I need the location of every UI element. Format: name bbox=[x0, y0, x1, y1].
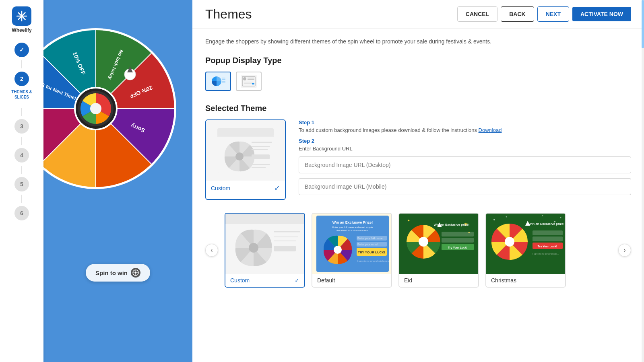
gallery-card-christmas[interactable]: Win an Exclusive prize! Try Your Luck! I… bbox=[485, 213, 566, 288]
download-link[interactable]: Download bbox=[479, 127, 502, 133]
svg-point-22 bbox=[90, 103, 101, 114]
spin-wheel-icon bbox=[131, 268, 140, 278]
mobile-url-input[interactable] bbox=[299, 178, 631, 195]
gallery-card-christmas-label: Christmas bbox=[491, 277, 516, 284]
gallery-card-custom-check: ✓ bbox=[295, 277, 299, 284]
svg-text:✦: ✦ bbox=[407, 219, 410, 222]
svg-rect-41 bbox=[252, 83, 254, 84]
selected-theme-footer: Custom ✓ bbox=[206, 181, 285, 196]
back-button[interactable]: BACK bbox=[501, 6, 534, 22]
svg-point-45 bbox=[235, 152, 244, 160]
svg-text:Win an Exclusive prize!: Win an Exclusive prize! bbox=[529, 222, 565, 226]
svg-rect-81 bbox=[442, 238, 474, 243]
gallery-items: Custom ✓ Win an Exclusive Prize! Enter y… bbox=[225, 213, 612, 288]
wheel-popup-icon bbox=[210, 75, 226, 88]
svg-rect-54 bbox=[225, 214, 304, 224]
popup-display-type-title: Popup Display Type bbox=[205, 56, 631, 65]
spin-button[interactable]: Spin to win bbox=[86, 264, 150, 282]
selected-check-icon: ✓ bbox=[274, 184, 280, 193]
gallery-card-eid[interactable]: ★ ✦ ✦ bbox=[398, 213, 479, 288]
svg-text:Win an Exclusive Prize!: Win an Exclusive Prize! bbox=[332, 220, 373, 224]
scrollbar-track[interactable] bbox=[642, 0, 644, 362]
gallery-card-default-footer: Default bbox=[312, 274, 391, 287]
svg-point-36 bbox=[243, 77, 246, 80]
svg-text:Enter your full name: Enter your full name bbox=[357, 237, 383, 240]
page-header: Themes CANCEL BACK NEXT ACTIVATE NOW bbox=[192, 0, 644, 29]
selected-theme-img bbox=[206, 120, 285, 181]
display-type-wheel[interactable] bbox=[205, 72, 231, 91]
wheel-svg: Better Luck for Next Time! Better Luck f… bbox=[43, 24, 180, 193]
gallery-card-custom-footer: Custom ✓ bbox=[225, 274, 304, 287]
gallery-card-custom[interactable]: Custom ✓ bbox=[225, 213, 305, 288]
main-content: Themes CANCEL BACK NEXT ACTIVATE NOW Eng… bbox=[192, 0, 644, 362]
sidebar-step-5[interactable]: 5 bbox=[14, 177, 29, 191]
step1-desc-text: To add custom background images please d… bbox=[299, 127, 477, 133]
wheel-container: Better Luck for Next Time! Better Luck f… bbox=[43, 24, 180, 193]
svg-point-77 bbox=[419, 237, 428, 247]
desktop-url-input[interactable] bbox=[299, 156, 631, 173]
svg-point-28 bbox=[135, 272, 136, 274]
svg-point-88 bbox=[560, 217, 561, 218]
display-type-popup[interactable] bbox=[236, 72, 262, 91]
activate-button[interactable]: ACTIVATE NOW bbox=[572, 7, 631, 21]
step2-label: Step 2 bbox=[299, 138, 631, 144]
theme-gallery: ‹ bbox=[205, 213, 631, 288]
gallery-card-default-img: Win an Exclusive Prize! Enter your full … bbox=[312, 214, 391, 274]
svg-point-86 bbox=[506, 216, 507, 218]
gallery-card-default[interactable]: Win an Exclusive Prize! Enter your full … bbox=[312, 213, 392, 288]
theme-settings: Step 1 To add custom background images p… bbox=[299, 119, 631, 200]
sidebar-step-4[interactable]: 4 bbox=[14, 148, 29, 162]
content-body: Engage the shoppers by showing different… bbox=[192, 29, 644, 297]
svg-point-89 bbox=[542, 215, 543, 216]
gallery-card-eid-footer: Eid bbox=[399, 274, 478, 287]
sidebar-step-1[interactable]: ✓ bbox=[14, 43, 29, 57]
step1-desc: To add custom background images please d… bbox=[299, 127, 631, 133]
scrollbar-thumb[interactable] bbox=[642, 0, 644, 48]
popup-icon bbox=[241, 75, 257, 88]
gallery-card-eid-label: Eid bbox=[404, 277, 412, 284]
svg-rect-93 bbox=[533, 230, 563, 235]
sidebar: Wheelify ✓ 2 THEMES &SLICES 3 4 5 6 bbox=[0, 0, 43, 362]
selected-theme-title: Selected Theme bbox=[205, 104, 631, 113]
svg-text:Try Your Luck!: Try Your Luck! bbox=[538, 245, 557, 248]
step2-desc: Enter Background URL bbox=[299, 146, 631, 152]
display-type-row bbox=[205, 72, 631, 91]
gallery-card-default-label: Default bbox=[317, 277, 335, 284]
gallery-prev-button[interactable]: ‹ bbox=[205, 244, 218, 257]
sidebar-step-3[interactable]: 3 bbox=[14, 119, 29, 134]
selected-theme-card[interactable]: Custom ✓ bbox=[205, 119, 286, 200]
step1-label: Step 1 bbox=[299, 119, 631, 125]
svg-point-55 bbox=[249, 243, 258, 253]
svg-rect-59 bbox=[274, 246, 296, 251]
svg-point-65 bbox=[334, 246, 342, 254]
gallery-card-custom-img bbox=[225, 214, 304, 274]
gallery-card-christmas-footer: Christmas bbox=[486, 274, 565, 287]
svg-text:Try Your Luck!: Try Your Luck! bbox=[448, 246, 467, 249]
svg-point-85 bbox=[493, 219, 495, 220]
sidebar-step-6[interactable]: 6 bbox=[14, 206, 29, 220]
spin-button-label: Spin to win bbox=[95, 269, 128, 276]
selected-theme-row: Custom ✓ Step 1 To add custom background… bbox=[205, 119, 631, 200]
sidebar-step-2[interactable]: 2 bbox=[14, 72, 29, 86]
gallery-card-custom-label: Custom bbox=[230, 277, 250, 284]
svg-point-90 bbox=[505, 237, 514, 247]
header-actions: CANCEL BACK NEXT ACTIVATE NOW bbox=[457, 6, 631, 22]
gallery-card-eid-img: ★ ✦ ✦ bbox=[399, 214, 478, 274]
svg-rect-94 bbox=[533, 237, 563, 241]
sidebar-step-2-label: THEMES &SLICES bbox=[11, 89, 32, 100]
svg-text:TRY YOUR LUCK!: TRY YOUR LUCK! bbox=[358, 251, 385, 254]
cancel-button[interactable]: CANCEL bbox=[457, 6, 497, 22]
next-button[interactable]: NEXT bbox=[537, 6, 569, 22]
svg-text:the wheel for a chance to win.: the wheel for a chance to win. bbox=[336, 229, 369, 232]
svg-text:I agree to my personal data...: I agree to my personal data... bbox=[533, 253, 559, 255]
subtitle: Engage the shoppers by showing different… bbox=[205, 38, 631, 45]
app-name: Wheelify bbox=[12, 27, 31, 33]
app-logo bbox=[12, 6, 31, 26]
selected-theme-label: Custom bbox=[211, 185, 230, 191]
page-title: Themes bbox=[205, 7, 252, 22]
preview-panel: Better Luck for Next Time! Better Luck f… bbox=[43, 0, 192, 362]
svg-rect-80 bbox=[442, 232, 474, 237]
gallery-next-button[interactable]: › bbox=[618, 244, 631, 257]
svg-text:Enter your full name and email: Enter your full name and email to spin bbox=[332, 226, 373, 228]
svg-rect-49 bbox=[252, 154, 270, 159]
